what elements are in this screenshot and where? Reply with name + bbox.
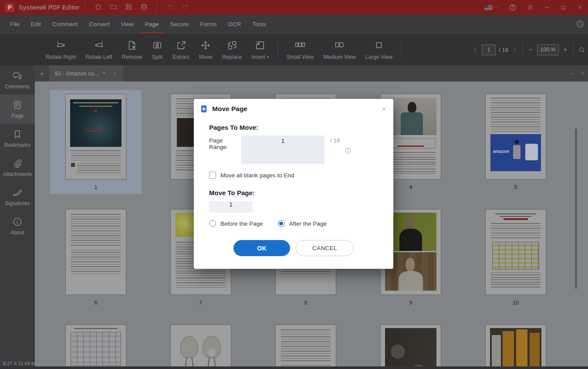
chevron-down-icon [494,5,499,10]
close-tab-button[interactable] [112,71,118,76]
sidebar-item-label: About [10,230,24,236]
signature-icon [12,187,23,198]
menu-item-file[interactable]: File [4,15,25,33]
page-number-label: 1 [65,184,126,190]
info-icon [345,137,351,164]
menu-item-tools[interactable]: Tools [247,15,272,33]
close-window-button[interactable] [571,4,588,11]
menu-item-forms[interactable]: Forms [194,15,222,33]
page-thumbnail-5[interactable]: amazon [485,94,546,179]
history-panel-icon[interactable] [576,20,585,28]
collapse-panel-button[interactable] [579,70,588,77]
dialog-close-button[interactable] [381,106,387,112]
rotate-right-button[interactable]: Rotate Right [41,34,81,66]
page-thumbnail-14[interactable] [380,325,441,369]
medium-view-button[interactable]: Medium View [318,34,361,66]
page-thumbnail-15[interactable] [485,325,546,369]
redo-button[interactable] [178,3,193,11]
page-range-total: / 18 [330,137,340,164]
radio-after-label: After the Page [289,220,327,227]
page-thumbnail-11[interactable] [65,325,126,369]
page-range-label: Page Range: [209,135,241,164]
next-page-button[interactable] [511,47,518,53]
us-flag-icon [484,5,493,10]
menu-item-page[interactable]: Page [139,15,165,33]
page-thumbnail-12[interactable] [170,325,231,369]
large-view-icon [373,40,385,51]
page-number-label: 10 [485,299,546,306]
zoom-out-button[interactable] [527,46,534,53]
large-view-button[interactable]: Large View [361,34,397,66]
current-page-input[interactable]: 1 [482,44,496,55]
vertical-scrollbar[interactable] [575,129,577,289]
toolbar-separator [522,44,523,55]
search-button[interactable] [578,46,585,54]
sidebar-item-label: Attachments [3,171,32,177]
app-title: Systweak PDF Editor [19,4,80,11]
toolbar-button-label: Split [152,54,162,60]
insert-button[interactable]: Insert▾ [247,34,274,66]
document-tab[interactable]: 92 - Amazon co... * [49,65,123,81]
home-button[interactable] [91,3,106,11]
sidebar-item-bookmarks[interactable]: Bookmarks [0,124,35,153]
replace-button[interactable]: Replace [217,34,247,66]
app-logo-icon: P [5,3,14,12]
cancel-button[interactable]: CANCEL [296,240,354,256]
page-thumbnail-6[interactable] [65,209,126,295]
menu-item-ocr[interactable]: OCR [222,15,247,33]
zoom-level-input[interactable]: 100 % [537,44,559,55]
help-button[interactable] [504,3,521,11]
menu-item-comment[interactable]: Comment [47,15,84,33]
page-thumbnail-1[interactable] [65,94,126,179]
sidebar-item-label: Page [11,113,24,119]
split-button[interactable]: Split [147,34,168,66]
open-folder-button[interactable] [106,3,121,11]
toolbar-button-label: Large View [365,54,392,60]
save-button[interactable] [121,3,136,11]
medium-view-icon [334,40,345,51]
extract-button[interactable]: Extract [168,34,194,66]
page-thumbnail-10[interactable] [485,209,546,295]
sidebar-item-signatures[interactable]: Signatures [0,182,35,211]
toolbar-separator [401,41,402,59]
radio-before-the-page[interactable] [209,220,216,227]
hamburger-menu-button[interactable] [521,3,539,11]
menu-item-view[interactable]: View [115,15,139,33]
move-blank-pages-checkbox[interactable] [209,172,216,179]
move-to-page-input[interactable]: 1 [209,201,253,213]
menu-item-convert[interactable]: Convert [84,15,115,33]
menu-item-secure[interactable]: Secure [164,15,194,33]
menu-item-edit[interactable]: Edit [25,15,47,33]
sidebar-item-comments[interactable]: Comments [0,65,35,95]
sidebar-item-page[interactable]: Page [0,95,35,124]
maximize-button[interactable] [555,4,571,11]
move-blank-pages-label: Move all blank pages to End [220,172,294,179]
move-button[interactable]: Move [194,34,217,66]
toolbar-button-label: Insert [252,54,265,60]
rotate-left-button[interactable]: Rotate Left [81,34,117,66]
sidebar-item-about[interactable]: About [0,211,35,240]
tab-title: 92 - Amazon co... [55,70,99,77]
print-button[interactable] [136,3,152,11]
new-tab-button[interactable]: + [35,70,49,77]
previous-page-button[interactable] [472,47,479,53]
minimize-button[interactable] [539,4,555,11]
toolbar-button-label: Rotate Right [46,54,76,60]
tab-list-dropdown-button[interactable] [568,70,579,77]
ok-button[interactable]: OK [233,240,290,256]
radio-after-the-page[interactable] [278,220,285,227]
page-number-label: 7 [170,299,231,306]
page-range-input[interactable]: 1 [241,135,324,164]
remove-button[interactable]: Remove [117,34,147,66]
page-total-label: / 18 [499,47,508,53]
move-to-page-heading: Move To Page: [209,189,378,196]
small-view-button[interactable]: Small View [282,34,318,66]
sidebar-item-attachments[interactable]: Attachments [0,153,35,182]
sidebar-item-label: Signatures [5,200,30,207]
page-thumbnail-13[interactable] [275,325,336,369]
undo-button[interactable] [162,3,178,11]
document-tabbar: + 92 - Amazon co... * [35,65,588,81]
toolbar-button-label: Small View [287,54,314,60]
language-selector[interactable] [480,5,504,10]
zoom-in-button[interactable] [562,46,569,53]
